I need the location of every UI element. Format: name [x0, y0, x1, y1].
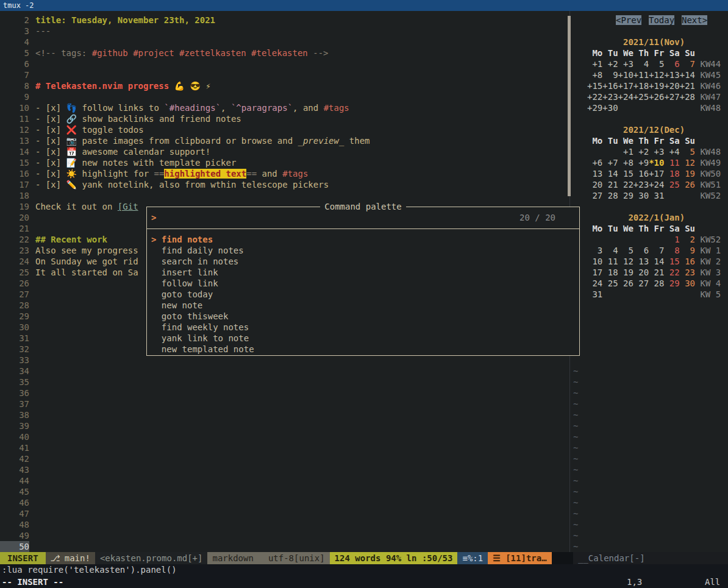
- calendar-days[interactable]: +1 +2 +3 4 5: [587, 59, 664, 69]
- calendar-days[interactable]: 20 21 22+23+24: [587, 180, 664, 190]
- editor-line[interactable]: 14- [x] 📅 awesome calendar support!: [0, 146, 210, 157]
- palette-item[interactable]: new templated note: [151, 344, 254, 355]
- calendar-days[interactable]: 6: [664, 59, 679, 69]
- editor-line[interactable]: 35: [0, 377, 35, 388]
- palette-item[interactable]: follow link: [151, 278, 254, 289]
- calendar-days[interactable]: 27 28 29 30 31: [587, 191, 695, 200]
- calendar-today-button[interactable]: Today: [649, 15, 674, 25]
- editor-line[interactable]: 39: [0, 420, 35, 431]
- calendar-days[interactable]: 9: [680, 246, 695, 255]
- palette-item[interactable]: > find notes: [151, 234, 254, 245]
- editor-line[interactable]: 8# Telekasten.nvim progress 💪 😎 ⚡: [0, 80, 211, 91]
- calendar-days[interactable]: 11: [664, 158, 679, 168]
- editor-line[interactable]: 5<!-- tags: #github #project #zettelkast…: [0, 48, 329, 58]
- calendar-days[interactable]: 30: [680, 278, 695, 288]
- editor-line[interactable]: 24On Sunday we got rid: [0, 256, 138, 267]
- calendar-days[interactable]: 24 25 26 27 28: [587, 278, 664, 288]
- editor-line[interactable]: 48: [0, 519, 35, 530]
- editor-line[interactable]: 16- [x] ☀️ highlight for ==highlighted t…: [0, 168, 308, 179]
- editor-line[interactable]: 12- [x] ❌ toggle todos: [0, 124, 144, 135]
- editor-line[interactable]: 23Also see my progress: [0, 245, 138, 256]
- palette-item[interactable]: new note: [151, 300, 254, 311]
- editor-line[interactable]: 43: [0, 464, 35, 475]
- calendar-days[interactable]: 2: [680, 235, 695, 244]
- editor-line[interactable]: 44: [0, 475, 35, 486]
- palette-item[interactable]: goto thisweek: [151, 311, 254, 322]
- calendar-days[interactable]: +22+23+24+25+26+27+28: [587, 92, 695, 102]
- editor-line[interactable]: 11- [x] 🔗 show backlinks and friend note…: [0, 113, 241, 124]
- scrollbar-thumb[interactable]: [568, 16, 571, 196]
- calendar-days[interactable]: 12: [680, 158, 695, 168]
- editor-line[interactable]: 37: [0, 398, 35, 409]
- command-line[interactable]: :lua require('telekasten').panel(): [2, 564, 177, 575]
- palette-item[interactable]: goto today: [151, 289, 254, 300]
- buffer-tabs[interactable]: ☰ [11]tra…: [488, 552, 551, 564]
- editor-line[interactable]: 45: [0, 486, 35, 497]
- editor-line[interactable]: 41: [0, 442, 35, 453]
- editor-line[interactable]: 46: [0, 497, 35, 508]
- calendar-prev-button[interactable]: <Prev: [616, 15, 641, 25]
- calendar-days[interactable]: 16: [680, 257, 695, 266]
- palette-item[interactable]: search in notes: [151, 256, 254, 267]
- calendar-days[interactable]: +15+16+17+18+19+20+21: [587, 81, 695, 91]
- editor-line[interactable]: 40: [0, 431, 35, 442]
- file-name[interactable]: <ekasten.promo.md[+]: [95, 552, 208, 564]
- editor-line[interactable]: 26: [0, 278, 35, 289]
- calendar-days[interactable]: +6 +7 +8 +9: [587, 158, 649, 168]
- editor-line[interactable]: 38: [0, 409, 35, 420]
- editor-line[interactable]: 9: [0, 91, 35, 102]
- calendar-days[interactable]: +8 9+10+11+12+13+14: [587, 70, 695, 80]
- editor-line[interactable]: 36: [0, 388, 35, 398]
- editor-line[interactable]: 30: [0, 322, 35, 333]
- editor-line[interactable]: 7: [0, 69, 35, 80]
- calendar-days[interactable]: 19: [680, 169, 695, 179]
- calendar-days[interactable]: 3 4 5 6 7: [587, 246, 664, 255]
- editor-line[interactable]: 21: [0, 223, 35, 234]
- editor-line[interactable]: 42: [0, 453, 35, 464]
- git-branch[interactable]: ⎇main!: [46, 552, 95, 564]
- calendar-days[interactable]: 22: [664, 267, 679, 277]
- calendar-days[interactable]: 23: [680, 267, 695, 277]
- calendar-days[interactable]: 17 18 19 20 21: [587, 267, 664, 277]
- editor-line[interactable]: 28: [0, 300, 35, 311]
- calendar-days[interactable]: 15: [664, 257, 679, 266]
- calendar-days[interactable]: 26: [680, 180, 695, 190]
- calendar-days[interactable]: 5: [680, 147, 695, 157]
- editor-line[interactable]: 13- [x] 📷 paste images from clipboard or…: [0, 135, 370, 146]
- calendar-days[interactable]: 10 11 12 13 14: [587, 257, 664, 266]
- palette-item[interactable]: insert link: [151, 267, 254, 278]
- editor-line[interactable]: 22## Recent work: [0, 234, 107, 245]
- editor-line[interactable]: 3---: [0, 26, 51, 37]
- editor-line[interactable]: 50: [0, 541, 35, 552]
- editor-line[interactable]: 32: [0, 344, 35, 355]
- palette-item[interactable]: yank link to note: [151, 333, 254, 344]
- editor-line[interactable]: 4: [0, 37, 35, 48]
- calendar-days[interactable]: [587, 235, 664, 244]
- calendar-days[interactable]: +1 +2 +3 +4: [587, 147, 680, 157]
- calendar-days[interactable]: 18: [664, 169, 679, 179]
- editor-line[interactable]: 18: [0, 190, 35, 201]
- editor-line[interactable]: 19Check it out on [Git: [0, 201, 138, 212]
- calendar-days[interactable]: 31: [587, 289, 695, 299]
- calendar-days[interactable]: 1: [664, 235, 679, 244]
- calendar-days[interactable]: 25: [664, 180, 679, 190]
- palette-item[interactable]: find daily notes: [151, 245, 254, 256]
- editor-line[interactable]: 25It all started on Sa: [0, 267, 138, 278]
- editor-line[interactable]: 20: [0, 212, 35, 223]
- editor-line[interactable]: 33: [0, 355, 35, 366]
- calendar-days[interactable]: +29+30: [587, 103, 695, 113]
- editor-line[interactable]: 47: [0, 508, 35, 519]
- editor-line[interactable]: 15- [x] 📝 new notes with template picker: [0, 157, 236, 168]
- editor-line[interactable]: 10- [x] 👣 follow links to `#headings`, `…: [0, 102, 349, 113]
- editor-line[interactable]: 6: [0, 58, 35, 69]
- editor-line[interactable]: 31: [0, 333, 35, 344]
- calendar-days[interactable]: 7: [680, 59, 695, 69]
- palette-prompt[interactable]: >: [151, 212, 156, 223]
- calendar-days[interactable]: 8: [664, 246, 679, 255]
- editor-line[interactable]: 49: [0, 530, 35, 541]
- calendar-next-button[interactable]: Next>: [682, 15, 707, 25]
- palette-item[interactable]: find weekly notes: [151, 322, 254, 333]
- calendar-days[interactable]: 29: [664, 278, 679, 288]
- editor-line[interactable]: 2title: Tuesday, November 23th, 2021: [0, 15, 215, 26]
- editor-line[interactable]: 34: [0, 366, 35, 377]
